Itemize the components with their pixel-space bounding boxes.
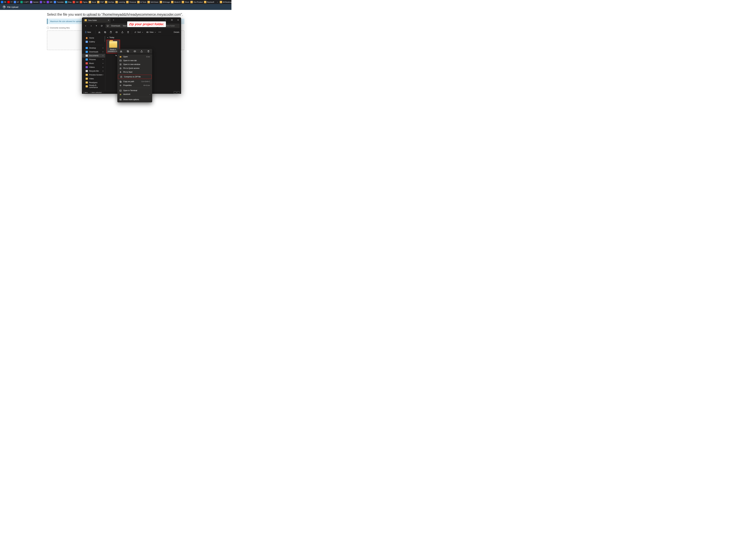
- bookmark-folder[interactable]: Razinsoft: [204, 1, 214, 3]
- sidebar-item[interactable]: Videos✦: [82, 65, 105, 69]
- folder-icon: [86, 70, 88, 72]
- bookmark-item[interactable]: GT: [14, 1, 19, 3]
- bookmark-item[interactable]: GM: [73, 1, 78, 3]
- view-grid-button[interactable]: [177, 91, 179, 93]
- sidebar-item[interactable]: Video: [82, 77, 105, 81]
- bookmark-folder[interactable]: BGImage: [160, 1, 170, 3]
- all-bookmarks-button[interactable]: All Bookmarks: [220, 1, 232, 3]
- sidebar-item[interactable]: Readypos: [82, 81, 105, 84]
- group-header-today[interactable]: Today: [107, 36, 179, 38]
- svg-point-8: [100, 32, 100, 33]
- context-menu-item[interactable]: OpenEnter: [117, 55, 152, 59]
- ctx-copy-button[interactable]: [125, 50, 131, 53]
- sidebar-item[interactable]: Downloads✦: [82, 50, 105, 54]
- sidebar-item[interactable]: Gallery: [82, 40, 105, 44]
- view-list-button[interactable]: [174, 91, 176, 93]
- bookmark-item[interactable]: WR: [47, 1, 52, 3]
- chevron-down-icon: [142, 31, 143, 33]
- overwrite-checkbox[interactable]: [47, 27, 49, 29]
- maximize-button[interactable]: [169, 17, 175, 23]
- context-menu-label: Pin to Start: [123, 71, 132, 73]
- sort-button[interactable]: Sort: [133, 31, 144, 33]
- bookmark-folder[interactable]: Movie-D: [171, 1, 180, 3]
- delete-button[interactable]: [125, 30, 131, 34]
- bookmark-label: Bing: [68, 1, 71, 3]
- svg-rect-25: [120, 56, 121, 57]
- status-item-count: 1 item: [83, 91, 88, 93]
- context-menu-item[interactable]: Compress to ZIP file: [118, 75, 151, 79]
- copy-button[interactable]: [102, 30, 108, 34]
- bookmark-folder[interactable]: PHP: [97, 1, 104, 3]
- close-button[interactable]: [175, 17, 181, 23]
- new-button[interactable]: + New: [84, 30, 94, 34]
- more-button[interactable]: •••: [158, 31, 161, 33]
- share-button[interactable]: [120, 30, 125, 34]
- chevron-down-icon: [92, 32, 93, 33]
- bookmark-folder[interactable]: Socal: [89, 1, 96, 3]
- sidebar-item-label: Videos: [89, 66, 95, 68]
- sidebar-item[interactable]: Documents✦: [82, 54, 105, 58]
- ctx-delete-button[interactable]: [145, 50, 151, 53]
- refresh-button[interactable]: [99, 23, 104, 28]
- context-menu-item[interactable]: Pin to Start: [117, 70, 152, 74]
- bookmark-folder[interactable]: Ai Tools: [137, 1, 146, 3]
- bookmark-item[interactable]: YT: [7, 1, 13, 3]
- context-menu-label: WinRAR: [123, 93, 130, 95]
- pin-icon: ✦: [102, 59, 104, 60]
- ctx-share-button[interactable]: [138, 50, 145, 53]
- sidebar-item[interactable]: Recycle Bin✦: [82, 69, 105, 73]
- view-button[interactable]: View: [145, 31, 157, 33]
- ctx-rename-button[interactable]: [132, 50, 138, 53]
- view-label: View: [149, 31, 153, 33]
- svg-rect-9: [104, 31, 105, 32]
- up-button[interactable]: [94, 23, 99, 28]
- tab-close-icon[interactable]: ✕: [108, 19, 109, 21]
- bookmark-folder[interactable]: Our-Product: [191, 1, 203, 3]
- sidebar-item[interactable]: Pictures✦: [82, 58, 105, 61]
- bookmark-folder[interactable]: Soft-Down: [147, 1, 158, 3]
- svg-rect-26: [120, 60, 121, 61]
- context-menu-item[interactable]: WinRAR›: [117, 92, 152, 96]
- forward-button[interactable]: [89, 23, 93, 28]
- context-menu-item[interactable]: Pin to Quick access: [117, 66, 152, 70]
- folder-icon: [86, 81, 88, 83]
- sidebar-item[interactable]: Music✦: [82, 61, 105, 65]
- svg-point-0: [3, 6, 5, 8]
- bookmark-label: FB: [4, 1, 6, 3]
- ctx-cut-button[interactable]: [118, 50, 124, 53]
- sidebar-item[interactable]: Desktop✦: [82, 46, 105, 50]
- bookmark-item[interactable]: C-GPT: [20, 1, 29, 3]
- context-menu-item[interactable]: Show more options: [117, 97, 152, 101]
- bookmark-overflow-button[interactable]: »: [217, 1, 219, 3]
- chevron-right-icon: ›: [149, 93, 150, 95]
- new-tab-button[interactable]: ＋: [112, 18, 115, 22]
- cut-button[interactable]: [97, 30, 102, 34]
- sidebar-item[interactable]: Home: [82, 36, 105, 40]
- sidebar-item[interactable]: Ready-E-commarce: [82, 84, 105, 88]
- bookmark-item[interactable]: Translate: [54, 1, 64, 3]
- svg-rect-10: [105, 32, 106, 33]
- bookmark-item[interactable]: Gemini: [30, 1, 38, 3]
- bookmark-item[interactable]: Figma: [80, 1, 87, 3]
- bookmark-item[interactable]: Bing: [65, 1, 71, 3]
- back-button[interactable]: [83, 23, 88, 28]
- sidebar-item[interactable]: Preview-Screen✦: [82, 73, 105, 77]
- context-menu-item[interactable]: Open in Terminal: [117, 89, 152, 92]
- bookmark-item[interactable]: FB: [1, 1, 6, 3]
- bookmark-folder[interactable]: Learning: [115, 1, 125, 3]
- breadcrumb-item[interactable]: Downloads: [111, 25, 120, 27]
- context-menu-item[interactable]: Open in new tab: [117, 59, 152, 62]
- bookmark-folder[interactable]: Sheet: [182, 1, 189, 3]
- rename-button[interactable]: [114, 30, 119, 34]
- context-menu-item[interactable]: Open in new window: [117, 62, 152, 66]
- details-pane-button[interactable]: Details: [173, 31, 179, 33]
- bookmark-item[interactable]: T-B: [40, 1, 45, 3]
- explorer-tab[interactable]: New folder ✕: [83, 18, 110, 23]
- context-menu-item[interactable]: Copy as pathCtrl+Shift+C: [117, 80, 152, 83]
- bookmark-folder[interactable]: Personal: [126, 1, 136, 3]
- explorer-sidebar[interactable]: HomeGalleryDesktop✦Downloads✦Documents✦P…: [82, 35, 105, 91]
- context-menu-item[interactable]: PropertiesAlt+Enter: [117, 83, 152, 87]
- bookmark-label: Figma: [83, 1, 87, 3]
- paste-button[interactable]: [108, 30, 113, 34]
- bookmark-folder[interactable]: DevOps: [105, 1, 114, 3]
